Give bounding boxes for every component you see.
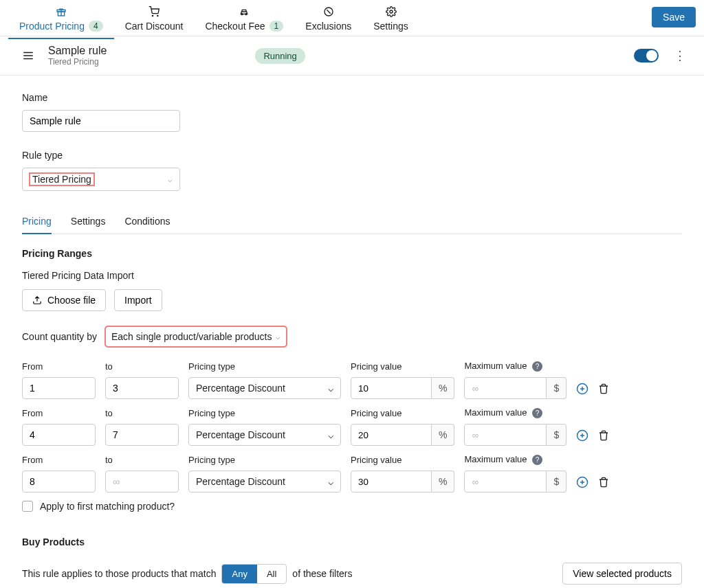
ban-icon [323, 5, 334, 18]
svg-point-2 [152, 15, 153, 16]
svg-point-3 [157, 15, 158, 16]
sub-tabs: Pricing Settings Conditions [22, 209, 682, 234]
pricing-type-label: Pricing type [188, 361, 341, 372]
nav-label: Checkout Fee [205, 21, 265, 32]
nav-cart-discount[interactable]: Cart Discount [114, 0, 195, 38]
chevron-down-icon: ⌵ [328, 429, 333, 440]
rule-subtitle: Tiered Pricing [48, 57, 107, 67]
range-row: From to Pricing type Percentage Discount… [22, 361, 682, 399]
max-value-unit: $ [547, 377, 566, 399]
nav-checkout-fee[interactable]: Checkout Fee 1 [194, 0, 294, 38]
rule-type-select[interactable]: Tiered Pricing ⌵ [22, 168, 180, 191]
choose-file-button[interactable]: Choose file [22, 289, 106, 311]
chevron-down-icon: ⌵ [276, 332, 280, 341]
pricing-value-unit: % [432, 471, 454, 493]
to-input[interactable] [105, 377, 179, 399]
buy-sentence-pre: This rule applies to those products that… [22, 568, 216, 579]
rule-header: Sample rule Tiered Pricing Running ⋮ [0, 36, 704, 76]
nav-label: Exclusions [305, 21, 351, 32]
max-value-input[interactable] [464, 377, 547, 399]
count-label: Count quantity by [22, 331, 97, 342]
cart-icon [148, 5, 160, 18]
chevron-down-icon: ⌵ [168, 175, 173, 184]
delete-range-button[interactable] [598, 383, 609, 394]
match-segmented: Any All [221, 564, 287, 584]
enabled-toggle[interactable] [634, 49, 659, 63]
add-range-button[interactable] [576, 476, 588, 488]
max-value-input[interactable] [464, 424, 547, 446]
apply-first-checkbox[interactable] [22, 501, 33, 512]
range-row: From to Pricing type Percentage Discount… [22, 454, 682, 493]
pricing-ranges-title: Pricing Ranges [22, 248, 682, 259]
from-input[interactable] [22, 424, 96, 446]
import-button[interactable]: Import [114, 289, 162, 311]
hamburger-icon[interactable] [19, 47, 37, 65]
nav-label: Product Pricing [19, 21, 85, 32]
to-input[interactable] [105, 471, 179, 493]
from-label: From [22, 361, 96, 372]
range-row: From to Pricing type Percentage Discount… [22, 407, 682, 446]
max-value-label: Maximum value ? [464, 407, 566, 418]
pricing-value-input[interactable] [351, 377, 432, 399]
match-any-button[interactable]: Any [222, 565, 256, 583]
max-value-input[interactable] [464, 471, 547, 493]
gear-icon [386, 5, 397, 18]
to-input[interactable] [105, 424, 179, 446]
from-input[interactable] [22, 471, 96, 493]
pricing-type-select[interactable]: Percentage Discount ⌵ [188, 377, 341, 399]
apply-first-label: Apply to first matching product? [40, 501, 175, 512]
count-quantity-select[interactable]: Each single product/variable products ⌵ [105, 326, 287, 347]
view-selected-button[interactable]: View selected products [562, 563, 682, 585]
top-nav: Product Pricing 4 Cart Discount Checkout… [0, 0, 704, 36]
match-all-button[interactable]: All [257, 565, 286, 583]
gift-icon [56, 5, 67, 18]
add-range-button[interactable] [576, 429, 588, 442]
name-label: Name [22, 92, 682, 103]
pricing-type-select[interactable]: Percentage Discount ⌵ [188, 424, 341, 446]
rule-title: Sample rule [48, 45, 107, 57]
tab-settings[interactable]: Settings [71, 209, 106, 234]
pricing-value-label: Pricing value [351, 361, 454, 372]
chevron-down-icon: ⌵ [328, 476, 333, 487]
delete-range-button[interactable] [598, 477, 609, 488]
help-icon[interactable]: ? [532, 408, 542, 418]
pricing-value-unit: % [432, 424, 454, 446]
rule-type-value: Tiered Pricing [30, 173, 94, 185]
to-label: to [105, 361, 179, 372]
status-badge: Running [255, 48, 305, 64]
buy-sentence-post: of these filters [292, 568, 352, 579]
help-icon[interactable]: ? [532, 361, 542, 372]
nav-exclusions[interactable]: Exclusions [294, 0, 362, 38]
pricing-value-label: Pricing value [351, 455, 454, 465]
nav-settings[interactable]: Settings [362, 0, 419, 38]
save-button[interactable]: Save [652, 7, 696, 27]
nav-badge: 4 [89, 21, 103, 32]
help-icon[interactable]: ? [532, 455, 542, 465]
nav-product-pricing[interactable]: Product Pricing 4 [8, 0, 114, 38]
nav-label: Settings [373, 21, 408, 32]
pricing-value-label: Pricing value [351, 408, 454, 418]
pricing-type-label: Pricing type [188, 455, 341, 465]
to-label: to [105, 455, 179, 465]
rule-type-label: Rule type [22, 150, 682, 161]
svg-point-7 [390, 10, 393, 13]
max-value-unit: $ [547, 424, 566, 446]
pricing-type-label: Pricing type [188, 408, 341, 418]
delete-range-button[interactable] [598, 430, 609, 441]
pricing-value-input[interactable] [351, 424, 432, 446]
to-label: to [105, 408, 179, 418]
nav-badge: 1 [270, 21, 284, 32]
max-value-unit: $ [547, 471, 566, 493]
car-icon [239, 5, 250, 18]
from-input[interactable] [22, 377, 96, 399]
pricing-value-input[interactable] [351, 471, 432, 493]
import-label: Tiered Pricing Data Import [22, 270, 682, 281]
pricing-value-unit: % [432, 377, 454, 399]
pricing-type-select[interactable]: Percentage Discount ⌵ [188, 471, 341, 493]
more-menu-icon[interactable]: ⋮ [670, 48, 690, 63]
name-input[interactable] [22, 110, 180, 132]
buy-products-title: Buy Products [22, 536, 682, 547]
add-range-button[interactable] [576, 383, 588, 395]
tab-pricing[interactable]: Pricing [22, 209, 52, 234]
tab-conditions[interactable]: Conditions [124, 209, 170, 234]
